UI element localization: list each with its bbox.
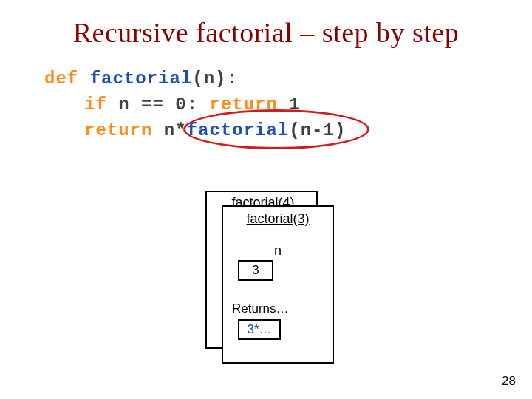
code-block: def factorial(n): if n == 0: return 1 re… [44,66,346,143]
returns-label: Returns… [232,301,332,316]
keyword-def: def [44,69,78,89]
n-value-box: 3 [238,260,273,281]
frame-front-title: factorial(3) [223,207,332,227]
ret2-op: * [175,120,186,140]
cond-op: == [141,95,164,115]
slide-title: Recursive factorial – step by step [0,0,532,49]
keyword-return-2: return [84,120,152,140]
colon: : [187,95,198,115]
ret2-rparen: ) [335,120,346,140]
rparen-colon: ): [215,69,238,89]
ret2-lhs: n [164,120,175,140]
code-line-2: if n == 0: return 1 [44,92,346,118]
param-n: n [204,69,215,89]
keyword-return-1: return [209,95,277,115]
ret2-lparen: ( [289,120,300,140]
lparen: ( [192,69,203,89]
returns-value-box: 3*… [238,319,281,340]
return-1-value: 1 [289,95,300,115]
function-name: factorial [90,69,193,89]
code-line-1: def factorial(n): [44,66,346,92]
keyword-if: if [84,95,107,115]
cond-lhs: n [118,95,129,115]
ret2-call: factorial [187,120,290,140]
ret2-arg: n-1 [301,120,335,140]
code-line-3: return n*factorial(n-1) [44,118,346,144]
stack-frame-front: factorial(3) n 3 Returns… 3*… [222,205,334,364]
cond-rhs: 0 [175,95,186,115]
page-number: 28 [502,374,516,389]
n-label: n [223,243,332,259]
